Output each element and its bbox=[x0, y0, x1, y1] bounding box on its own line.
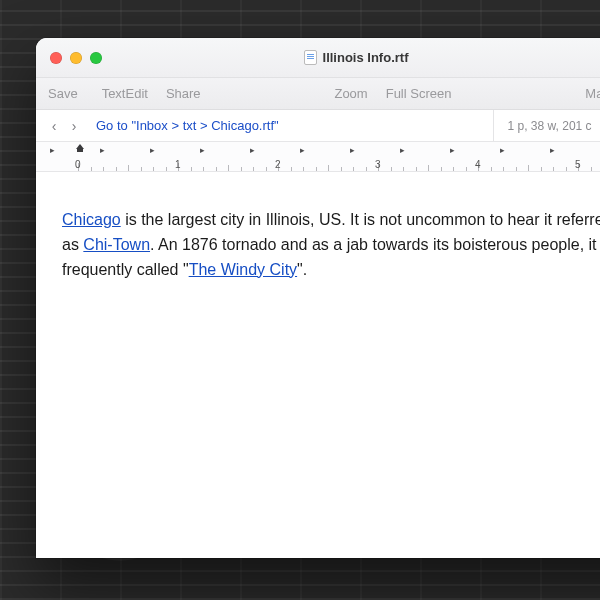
ruler-number: 4 bbox=[475, 159, 481, 170]
share-button[interactable]: Share bbox=[166, 86, 201, 101]
ruler-tick bbox=[141, 167, 142, 171]
ruler-number: 1 bbox=[175, 159, 181, 170]
document-icon bbox=[304, 50, 317, 65]
ruler-tick bbox=[153, 167, 154, 171]
tab-stop-icon[interactable]: ▸ bbox=[500, 145, 505, 155]
ruler-tick bbox=[591, 167, 592, 171]
fullscreen-button[interactable]: Full Screen bbox=[386, 86, 452, 101]
document-stats: 1 p, 38 w, 201 c bbox=[493, 110, 601, 141]
tab-stop-icon[interactable]: ▸ bbox=[100, 145, 105, 155]
ruler-number: 0 bbox=[75, 159, 81, 170]
tab-stop-icon[interactable]: ▸ bbox=[200, 145, 205, 155]
document-body[interactable]: Chicago is the largest city in Illinois,… bbox=[36, 172, 600, 558]
ruler-tick bbox=[416, 167, 417, 171]
ruler-tick bbox=[328, 165, 329, 171]
titlebar[interactable]: Illinois Info.rtf bbox=[36, 38, 600, 78]
window-title: Illinois Info.rtf bbox=[36, 50, 600, 65]
tab-stop-icon[interactable]: ▸ bbox=[350, 145, 355, 155]
nav-back-button[interactable]: ‹ bbox=[46, 117, 62, 135]
tab-stop-icon[interactable]: ▸ bbox=[400, 145, 405, 155]
ruler-tick bbox=[128, 165, 129, 171]
window-title-text: Illinois Info.rtf bbox=[323, 50, 409, 65]
zoom-icon[interactable] bbox=[90, 52, 102, 64]
link-windy-city[interactable]: The Windy City bbox=[189, 261, 297, 278]
ruler-tick bbox=[366, 167, 367, 171]
ruler-tick bbox=[566, 167, 567, 171]
ruler-tick bbox=[241, 167, 242, 171]
ruler-tick bbox=[466, 167, 467, 171]
ruler-number: 2 bbox=[275, 159, 281, 170]
ruler-tick bbox=[191, 167, 192, 171]
ruler-tick bbox=[253, 167, 254, 171]
ruler-tick bbox=[516, 167, 517, 171]
ruler-tick bbox=[103, 167, 104, 171]
ruler-tick bbox=[428, 165, 429, 171]
ruler-tick bbox=[453, 167, 454, 171]
close-icon[interactable] bbox=[50, 52, 62, 64]
save-button[interactable]: Save bbox=[48, 86, 78, 101]
ruler-tick bbox=[341, 167, 342, 171]
ruler-tick bbox=[403, 167, 404, 171]
first-line-indent-icon[interactable] bbox=[76, 144, 84, 152]
ruler-tick bbox=[291, 167, 292, 171]
ruler-tick bbox=[316, 167, 317, 171]
ruler-tick bbox=[303, 167, 304, 171]
tab-stop-icon[interactable]: ▸ bbox=[250, 145, 255, 155]
ruler-tick bbox=[166, 167, 167, 171]
ruler-tick bbox=[553, 167, 554, 171]
ruler-tick bbox=[216, 167, 217, 171]
ruler-tick bbox=[228, 165, 229, 171]
traffic-lights bbox=[36, 52, 102, 64]
ruler-tick bbox=[391, 167, 392, 171]
body-text: ". bbox=[297, 261, 307, 278]
ruler-tick bbox=[503, 167, 504, 171]
ruler-tick bbox=[528, 165, 529, 171]
ruler-tick bbox=[116, 167, 117, 171]
ruler-tick bbox=[541, 167, 542, 171]
tab-stop-icon[interactable]: ▸ bbox=[150, 145, 155, 155]
tab-stop-icon[interactable]: ▸ bbox=[450, 145, 455, 155]
nav-forward-button[interactable]: › bbox=[66, 117, 82, 135]
toolbar: Save TextEdit Share Zoom Full Screen Mar… bbox=[36, 78, 600, 110]
mark-button[interactable]: Mark bbox=[585, 86, 600, 101]
tab-stop-icon[interactable]: ▸ bbox=[300, 145, 305, 155]
ruler-tick bbox=[491, 167, 492, 171]
goto-link[interactable]: Go to "Inbox > txt > Chicago.rtf" bbox=[92, 118, 283, 133]
paragraph[interactable]: Chicago is the largest city in Illinois,… bbox=[62, 208, 600, 282]
tab-stop-icon[interactable]: ▸ bbox=[50, 145, 55, 155]
ruler-tick bbox=[266, 167, 267, 171]
tab-stop-icon[interactable]: ▸ bbox=[550, 145, 555, 155]
link-chi-town[interactable]: Chi-Town bbox=[83, 236, 150, 253]
textedit-window: Illinois Info.rtf Save TextEdit Share Zo… bbox=[36, 38, 600, 558]
minimize-icon[interactable] bbox=[70, 52, 82, 64]
path-bar: ‹ › Go to "Inbox > txt > Chicago.rtf" 1 … bbox=[36, 110, 600, 142]
ruler-number: 3 bbox=[375, 159, 381, 170]
zoom-button[interactable]: Zoom bbox=[334, 86, 367, 101]
ruler-number: 5 bbox=[575, 159, 581, 170]
ruler-tick bbox=[203, 167, 204, 171]
textedit-menu[interactable]: TextEdit bbox=[102, 86, 148, 101]
ruler-tick bbox=[353, 167, 354, 171]
ruler-tick bbox=[441, 167, 442, 171]
ruler-tick bbox=[91, 167, 92, 171]
link-chicago[interactable]: Chicago bbox=[62, 211, 121, 228]
ruler[interactable]: ▸▸▸▸▸▸▸▸▸▸▸▸012345 bbox=[36, 142, 600, 172]
